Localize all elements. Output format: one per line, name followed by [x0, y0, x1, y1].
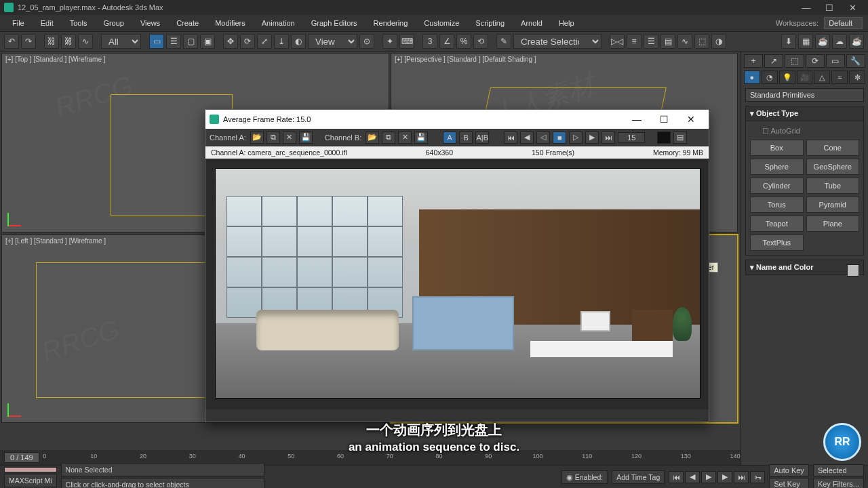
key-selected-dropdown[interactable]: Selected [813, 464, 864, 476]
material-editor-button[interactable]: ◑ [711, 34, 726, 49]
window-close-button[interactable]: ✕ [841, 0, 864, 15]
layer-explorer-button[interactable]: ☰ [644, 34, 658, 49]
select-scale-button[interactable]: ⤢ [257, 34, 272, 49]
split-toggle[interactable]: A|B [475, 131, 489, 144]
time-ruler[interactable]: 0102030405060708090100110120130140 [45, 453, 735, 462]
obj-teapot[interactable]: Teapot [750, 216, 804, 232]
viewport-label[interactable]: [+] [Top ] [Standard ] [Wireframe ] [5, 56, 106, 63]
prev-frame-button[interactable]: ◀ [520, 131, 534, 144]
obj-sphere[interactable]: Sphere [750, 159, 804, 175]
double-buffer-button[interactable]: ▤ [673, 131, 687, 144]
goto-start-button[interactable]: ⏮ [669, 471, 684, 483]
select-object-button[interactable]: ▭ [149, 34, 164, 49]
angle-snap-button[interactable]: ∠ [439, 34, 454, 49]
channel-b-close-button[interactable]: ✕ [398, 131, 412, 144]
obj-geosphere[interactable]: GeoSphere [806, 159, 860, 175]
snap-toggle-button[interactable]: 3 [422, 34, 437, 49]
render-setup-button[interactable]: ⬇ [781, 34, 796, 49]
menu-scripting[interactable]: Scripting [469, 17, 511, 29]
menu-arnold[interactable]: Arnold [514, 17, 549, 29]
next-frame-button[interactable]: ▶ [585, 131, 599, 144]
subtab-geometry[interactable]: ● [744, 70, 760, 84]
tab-display[interactable]: ▭ [826, 54, 845, 68]
time-slider-thumb[interactable]: 0 / 149 [4, 452, 39, 463]
lasso-button[interactable]: ◐ [291, 34, 306, 49]
subtab-lights[interactable]: 💡 [779, 70, 795, 84]
percent-snap-button[interactable]: % [456, 34, 471, 49]
goto-end-button[interactable]: ⏭ [734, 471, 749, 483]
isolate-toggle[interactable]: ◉ Enabled: [561, 470, 608, 484]
dialog-minimize-button[interactable]: — [623, 110, 650, 129]
use-pivot-button[interactable]: ⊙ [359, 34, 374, 49]
obj-pyramid[interactable]: Pyramid [806, 197, 860, 213]
prev-frame-button[interactable]: ◀ [685, 471, 700, 483]
keyboard-shortcut-button[interactable]: ⌨ [399, 34, 414, 49]
rollout-name-color[interactable]: ▾ Name and Color [745, 260, 864, 275]
subtab-helpers[interactable]: △ [814, 70, 830, 84]
maxscript-mini-listener[interactable]: MAXScript Mi [4, 474, 57, 487]
viewport-label[interactable]: [+] [Left ] [Standard ] [Wireframe ] [5, 237, 106, 245]
menu-help[interactable]: Help [552, 17, 581, 29]
ref-coord-dropdown[interactable]: View [308, 34, 357, 49]
tab-motion[interactable]: ⟳ [806, 54, 825, 68]
menu-customize[interactable]: Customize [417, 17, 466, 29]
play-reverse-button[interactable]: ◁ [536, 131, 550, 144]
stop-button[interactable]: ■ [553, 131, 566, 144]
menu-create[interactable]: Create [170, 17, 205, 29]
undo-button[interactable]: ↶ [4, 34, 19, 49]
menu-animation[interactable]: Animation [255, 17, 302, 29]
menu-rendering[interactable]: Rendering [367, 17, 415, 29]
channel-a-close-button[interactable]: ✕ [283, 131, 296, 144]
tab-create[interactable]: + [744, 54, 763, 68]
spinner-snap-button[interactable]: ⟲ [473, 34, 488, 49]
align-button[interactable]: ≡ [627, 34, 642, 49]
channel-a-toggle[interactable]: A [443, 131, 456, 144]
render-button[interactable]: ☕ [815, 34, 830, 49]
tab-modify[interactable]: ↗ [764, 54, 783, 68]
menu-modifiers[interactable]: Modifiers [208, 17, 252, 29]
menu-edit[interactable]: Edit [34, 17, 60, 29]
menu-tools[interactable]: Tools [63, 17, 94, 29]
menu-grapheditors[interactable]: Graph Editors [304, 17, 364, 29]
select-manip-button[interactable]: ✦ [382, 34, 397, 49]
rollout-object-type[interactable]: ▾ Object Type [745, 106, 864, 121]
add-time-tag-button[interactable]: Add Time Tag [612, 470, 665, 484]
maxscript-listener[interactable] [4, 467, 57, 472]
selection-filter-dropdown[interactable]: All [101, 34, 141, 49]
fps-field[interactable]: 15 [618, 132, 645, 143]
channel-b-toggle[interactable]: B [459, 131, 473, 144]
window-minimize-button[interactable]: — [795, 0, 818, 15]
channel-a-open-seq-button[interactable]: ⧉ [267, 131, 280, 144]
obj-cone[interactable]: Cone [806, 140, 860, 156]
edit-selection-set-button[interactable]: ✎ [496, 34, 511, 49]
dialog-close-button[interactable]: ✕ [677, 110, 705, 129]
ram-player-view[interactable] [205, 159, 709, 409]
key-mode-button[interactable]: 🗝 [750, 471, 765, 483]
dialog-maximize-button[interactable]: ☐ [650, 110, 677, 129]
menu-group[interactable]: Group [96, 17, 131, 29]
redo-button[interactable]: ↷ [21, 34, 36, 49]
window-maximize-button[interactable]: ☐ [818, 0, 841, 15]
schematic-view-button[interactable]: ⬚ [694, 34, 709, 49]
render-frame-button[interactable]: ▦ [798, 34, 813, 49]
subtab-shapes[interactable]: ◔ [762, 70, 778, 84]
obj-tube[interactable]: Tube [806, 178, 860, 194]
subtab-systems[interactable]: ✼ [849, 70, 865, 84]
obj-textplus[interactable]: TextPlus [750, 235, 804, 251]
select-place-button[interactable]: ⤓ [274, 34, 289, 49]
curve-editor-button[interactable]: ∿ [677, 34, 692, 49]
toggle-ribbon-button[interactable]: ▤ [660, 34, 675, 49]
select-region-button[interactable]: ▢ [183, 34, 198, 49]
open-a360-button[interactable]: ☕ [849, 34, 864, 49]
workspaces-dropdown[interactable]: Default [824, 17, 863, 29]
autogrid-checkbox[interactable]: ☐ AutoGrid [750, 125, 859, 140]
play-forward-button[interactable]: ▷ [569, 131, 583, 144]
named-selection-set-dropdown[interactable]: Create Selection Se [513, 34, 601, 49]
obj-plane[interactable]: Plane [806, 216, 860, 232]
select-rotate-button[interactable]: ⟳ [240, 34, 255, 49]
tab-hierarchy[interactable]: ⬚ [785, 54, 804, 68]
link-button[interactable]: ⛓ [44, 34, 59, 49]
set-key-button[interactable]: Set Key [769, 478, 809, 489]
channel-a-open-button[interactable]: 📂 [250, 131, 264, 144]
auto-key-button[interactable]: Auto Key [769, 464, 809, 476]
